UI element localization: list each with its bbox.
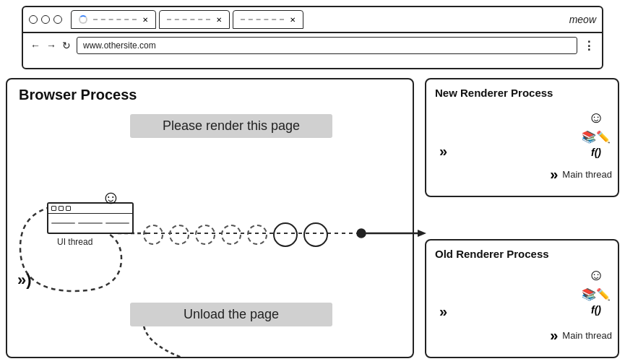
tab-3[interactable]: ✕ bbox=[233, 10, 303, 29]
circle-1 bbox=[143, 225, 163, 245]
circle-2 bbox=[169, 225, 189, 245]
circle-4 bbox=[221, 225, 241, 245]
ui-line-3 bbox=[105, 222, 129, 224]
tab-spinner bbox=[79, 15, 87, 24]
timeline-circles bbox=[143, 222, 328, 247]
ui-thread-label: UI thread bbox=[57, 237, 92, 247]
mini-btn-2 bbox=[59, 206, 64, 211]
old-renderer-icons: ☺ 📚✏️ f() bbox=[582, 266, 611, 316]
diagram-area: » » Browser Process Please render this p… bbox=[6, 78, 619, 358]
mini-btn-1 bbox=[51, 206, 56, 211]
tab-2[interactable]: ✕ bbox=[159, 10, 230, 29]
browser-window: ✕ ✕ ✕ meow ← → ↻ ⋮ bbox=[22, 6, 603, 69]
svg-marker-3 bbox=[418, 230, 426, 237]
tab-close-1[interactable]: ✕ bbox=[142, 16, 148, 24]
address-bar-row: ← → ↻ ⋮ bbox=[23, 33, 602, 58]
ui-line-1 bbox=[51, 222, 75, 224]
old-renderer-main-thread: » Main thread bbox=[550, 327, 612, 344]
tab-dash-1 bbox=[93, 19, 137, 20]
min-btn[interactable] bbox=[41, 15, 50, 24]
max-btn[interactable] bbox=[53, 15, 62, 24]
circle-6 bbox=[273, 222, 298, 247]
tab-dash-3 bbox=[241, 19, 284, 20]
ui-thread-body bbox=[48, 214, 132, 233]
circle-5 bbox=[247, 225, 267, 245]
new-renderer-main-thread: » Main thread bbox=[550, 166, 612, 183]
ui-thread: UI thread bbox=[47, 202, 134, 234]
forward-button[interactable]: → bbox=[46, 40, 56, 51]
window-controls bbox=[29, 15, 62, 24]
main-thread-label-new: Main thread bbox=[562, 169, 612, 180]
render-banner: Please render this page bbox=[130, 114, 332, 138]
meow-label: meow bbox=[569, 14, 596, 25]
mini-btn-3 bbox=[66, 206, 71, 211]
old-renderer-box: Old Renderer Process ☺ 📚✏️ f() » Main th… bbox=[425, 239, 619, 358]
circle-3 bbox=[195, 225, 215, 245]
new-renderer-box: New Renderer Process ☺ 📚✏️ f() » Main th… bbox=[425, 78, 619, 197]
tab-bar: ✕ ✕ ✕ meow bbox=[23, 7, 602, 33]
menu-dots[interactable]: ⋮ bbox=[583, 39, 595, 53]
left-chevrons: ») bbox=[17, 271, 32, 290]
address-input[interactable] bbox=[77, 37, 577, 54]
tab-dash-2 bbox=[167, 19, 210, 20]
unload-banner: Unload the page bbox=[130, 303, 332, 326]
back-button[interactable]: ← bbox=[30, 40, 40, 51]
circle-7 bbox=[303, 222, 328, 247]
smiley-browser: ☺ bbox=[101, 186, 121, 209]
close-btn[interactable] bbox=[29, 15, 38, 24]
tab-close-3[interactable]: ✕ bbox=[290, 16, 296, 24]
browser-process-box: Browser Process Please render this page … bbox=[6, 78, 414, 358]
main-thread-label-old: Main thread bbox=[562, 330, 612, 341]
ui-thread-box bbox=[47, 202, 134, 234]
ui-line-2 bbox=[78, 222, 102, 224]
new-renderer-label: New Renderer Process bbox=[435, 87, 553, 99]
browser-process-label: Browser Process bbox=[19, 87, 137, 103]
reload-button[interactable]: ↻ bbox=[62, 40, 71, 51]
new-renderer-icons: ☺ 📚✏️ f() bbox=[582, 108, 611, 158]
tab-1[interactable]: ✕ bbox=[71, 10, 156, 29]
old-renderer-label: Old Renderer Process bbox=[435, 248, 549, 260]
tab-close-2[interactable]: ✕ bbox=[216, 16, 222, 24]
